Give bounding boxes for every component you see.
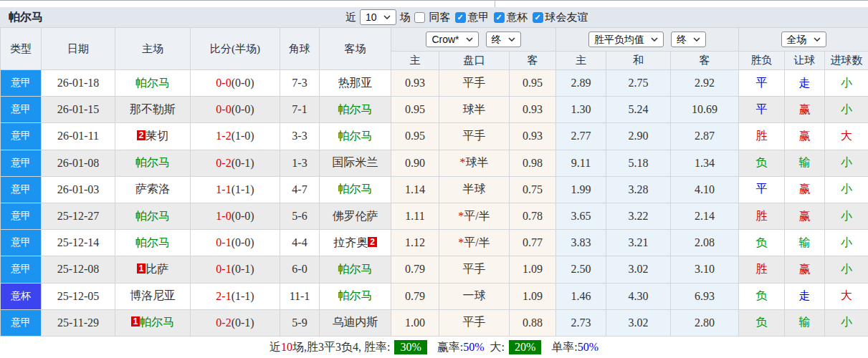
filter-checkbox-3[interactable]: ✓球会友谊 [533,11,588,24]
crow-home-odds-cell: 0.95 [391,123,439,150]
crow-away-odds-cell: 0.88 [510,309,556,336]
full-match-value: 全场 [787,34,807,45]
score-cell: 0-0(0-0) [191,97,280,123]
avg-home-odds-cell: 2.89 [556,70,606,97]
halftime-score: (1-1) [232,290,254,302]
avg-away-odds-cell: 1.34 [671,150,739,176]
date-cell: 25-12-27 [42,203,115,229]
avg-home-odds-cell: 1.46 [556,283,606,309]
away-team-cell: 乌迪内斯 [320,309,391,336]
top-divider [495,1,495,7]
avg-home-odds-cell: 1.99 [556,176,606,203]
odds-company-select[interactable]: Crow* [426,32,478,47]
match-row: 意杯25-12-05博洛尼亚2-1(1-1)11-1帕尔马0.79一球1.091… [1,283,868,309]
result-cell: 胜 [739,123,785,150]
single-label: 单率: [551,340,577,355]
avg-away-odds-cell: 2.92 [671,70,739,97]
avg-odds-select[interactable]: 胜平负均值 [588,32,664,47]
goals-result-cell: 大 [825,283,868,309]
date-cell: 26-01-11 [42,123,115,150]
subheader-handicap-result: 让球 [785,52,825,70]
team-name: 国际米兰 [333,156,378,168]
full-match-group: 全场 [739,28,868,52]
match-history-panel: 帕尔马 近 10 场 同客✓意甲✓意杯✓球会友谊 类型 日期 主场 比分(半场)… [0,0,868,358]
avg-draw-odds-cell: 3.28 [606,176,671,203]
home-team-cell: 萨索洛 [115,176,191,203]
avg-time-select[interactable]: 终 [671,32,706,47]
score-cell: 1-1(1-1) [191,176,280,203]
handicap-cell: *平/半 [439,203,510,229]
avg-draw-odds-cell: 2.75 [606,70,671,97]
table-body: 意甲26-01-18帕尔马0-0(0-0)7-3热那亚0.93平手0.952.8… [1,70,868,337]
handicap-result-cell: 走 [785,70,825,97]
red-card-badge: 2 [368,237,377,247]
crow-away-odds-cell: 0.75 [510,176,556,203]
avg-home-odds-cell: 2.50 [556,256,606,283]
avg-draw-odds-cell: 2.90 [606,123,671,150]
halftime-score: (0-0) [232,210,254,222]
score-cell: 1-0(0-0) [191,203,280,229]
away-team-cell: 帕尔马 [320,256,391,283]
goals-result-cell: 小 [825,256,868,283]
goals-result-cell: 小 [825,97,868,123]
result-cell: 平 [739,97,785,123]
matches-table: 类型 日期 主场 比分(半场) 角球 客场 Crow* 终 [0,27,868,337]
subheader-goals: 进球数 [825,52,868,70]
odds-time-select[interactable]: 终 [486,32,521,47]
score-cell: 0-0(0-0) [191,70,280,97]
date-cell: 25-12-08 [42,256,115,283]
checkbox-label: 意杯 [507,11,528,24]
match-row: 意甲26-01-03萨索洛1-1(1-1)4-7帕尔马1.14半球0.751.9… [1,176,868,203]
fulltime-score: 0-1 [216,236,231,248]
crow-home-odds-cell: 0.79 [391,283,439,309]
handicap-star: * [458,210,464,222]
team-name: 博洛尼亚 [130,289,176,301]
checkbox-unchecked-icon[interactable] [414,12,425,23]
handicap-odds-group: Crow* 终 [391,28,556,52]
away-team-cell: 帕尔马 [320,176,391,203]
fulltime-score: 0-0 [216,103,231,115]
checkbox-checked-icon[interactable]: ✓ [533,12,543,23]
checkbox-checked-icon[interactable]: ✓ [494,12,505,23]
subheader-result: 胜负 [739,52,785,70]
goals-result-cell: 小 [825,309,868,336]
home-team-cell: 博洛尼亚 [115,283,191,309]
date-cell: 26-01-03 [42,176,115,203]
avg-away-odds-cell: 2.14 [671,203,739,229]
col-header-home: 主场 [115,28,191,70]
filter-checkbox-0[interactable]: 同客 [414,11,451,24]
corner-cell: 7-3 [280,70,320,97]
team-name: 帕尔马 [338,130,373,142]
avg-home-odds-cell: 3.83 [556,230,606,256]
checkbox-checked-icon[interactable]: ✓ [455,12,466,23]
team-name: 莱切 [146,130,168,142]
crow-away-odds-cell: 1.09 [510,256,556,283]
team-name: 萨索洛 [135,183,170,195]
crow-home-odds-cell: 1.11 [391,203,439,229]
goals-result-cell: 小 [825,150,868,176]
goals-result-cell: 小 [825,176,868,203]
away-team-cell: 帕尔马 [320,123,391,150]
league-cell: 意甲 [1,203,42,229]
handicap-win-label: 赢率: [437,340,463,355]
league-cell: 意杯 [1,283,42,309]
filter-checkbox-2[interactable]: ✓意杯 [494,11,528,24]
league-cell: 意甲 [1,176,42,203]
odds-company-value: Crow* [431,34,459,45]
filter-checkbox-1[interactable]: ✓意甲 [455,11,490,24]
handicap-result-cell: 输 [785,150,825,176]
league-cell: 意甲 [1,256,42,283]
summary-text: 近10场,胜3平3负4, 胜率: [270,340,390,355]
chevron-down-icon [693,37,700,42]
home-team-cell: 1比萨 [115,256,191,283]
corner-cell: 11-1 [280,283,320,309]
recent-count-select[interactable]: 10 [360,9,396,25]
handicap-win-pct: 50% [463,341,484,354]
corner-cell: 4-4 [280,230,320,256]
goals-result-cell: 大 [825,123,868,150]
crow-home-odds-cell: 0.93 [391,70,439,97]
filter-checkboxes: 同客✓意甲✓意杯✓球会友谊 [414,11,588,24]
date-cell: 26-01-08 [42,150,115,176]
full-match-select[interactable]: 全场 [781,32,826,47]
team-name: 帕尔马 [135,77,170,89]
